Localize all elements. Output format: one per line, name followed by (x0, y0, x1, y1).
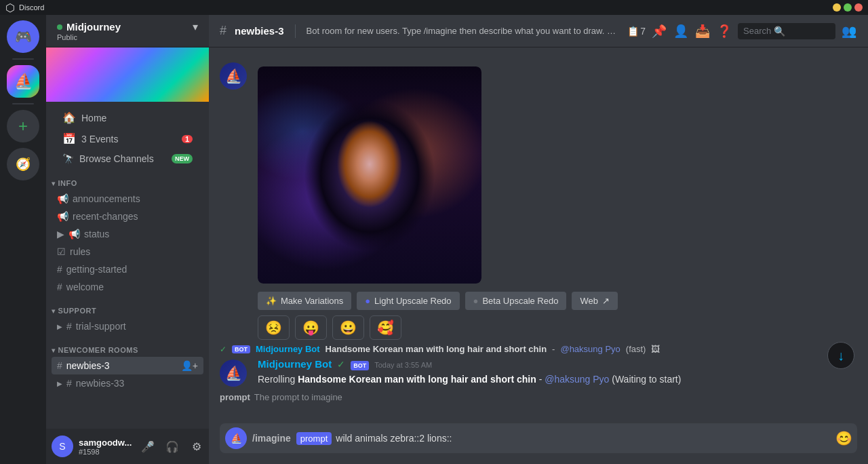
bot-avatar-2: ⛵ (220, 360, 247, 387)
minimize-button[interactable] (833, 3, 841, 12)
hash-icon-newbies3: # (57, 360, 62, 371)
reaction-grinning[interactable]: 😀 (332, 315, 364, 340)
add-member-header-button[interactable]: 👤 (673, 23, 689, 39)
members-list-button[interactable]: 👥 (841, 23, 857, 39)
image-attachment (258, 66, 481, 284)
new-badge: NEW (172, 154, 193, 163)
server-sidebar: 🎮 + 🧭 (0, 15, 46, 464)
light-upscale-icon: ● (365, 296, 370, 306)
search-placeholder: Search (743, 26, 771, 36)
megaphone-icon-3: ▶ (57, 229, 64, 239)
reaction-smiling[interactable]: 🥰 (370, 315, 401, 340)
inline-bold-text: Handsome Korean man with long hair and s… (326, 344, 547, 354)
category-newcomer-rooms[interactable]: ▾ NEWCOMER ROOMS (46, 335, 209, 357)
inline-separator: - (552, 344, 555, 354)
message-header-2: Midjourney Bot ✓ BOT Today at 3:55 AM (258, 358, 857, 370)
make-variations-button[interactable]: ✨ Make Variations (258, 292, 351, 310)
sidebar-item-home[interactable]: 🏠 Home (52, 107, 203, 128)
channel-item-newbies-33[interactable]: ▶ # newbies-33 (52, 374, 203, 392)
settings-button[interactable]: ⚙ (186, 436, 208, 457)
reaction-tired[interactable]: 😣 (258, 315, 290, 340)
channel-item-newbies-3[interactable]: # newbies-3 👤+ (52, 357, 203, 374)
user-avatar-letter: S (59, 441, 65, 452)
user-tag: #1598 (79, 448, 132, 456)
sidebar-item-events[interactable]: 📅 3 Events 1 (52, 128, 203, 149)
emoji-button[interactable]: 😊 (835, 430, 852, 446)
maximize-button[interactable] (844, 3, 852, 12)
prompt-label: prompt (220, 392, 250, 402)
member-count-value: 7 (640, 26, 646, 37)
channel-item-welcome[interactable]: # welcome (52, 278, 203, 296)
category-info[interactable]: ▾ INFO (46, 168, 209, 190)
inbox-button[interactable]: 📥 (694, 23, 711, 39)
expand-icon-trial: ▶ (57, 323, 62, 330)
pin-button[interactable]: 📌 (651, 23, 667, 39)
titlebar: ⬡ Discord (0, 0, 868, 15)
channel-item-rules[interactable]: ☑ rules (52, 243, 203, 260)
search-icon: 🔍 (774, 26, 785, 37)
bot-avatar-icon-1: ⛵ (225, 68, 242, 84)
add-server-button[interactable]: + (7, 110, 39, 142)
server-divider-2 (12, 103, 34, 104)
message-input[interactable] (336, 433, 835, 444)
web-label: Web (580, 296, 598, 306)
message-area-wrapper: ⛵ ✨ Make Variations ● (209, 47, 868, 423)
waiting-text: (Waiting to start) (612, 374, 681, 385)
channel-name-announcements: announcements (73, 193, 198, 204)
channel-item-status[interactable]: ▶ 📢 status (52, 225, 203, 243)
titlebar-title: Discord (19, 3, 44, 12)
mention-text: @haksung Pyo (545, 374, 609, 385)
hash-icon-trial: # (66, 321, 72, 332)
channel-item-getting-started[interactable]: # getting-started (52, 260, 203, 278)
channel-name-rules: rules (70, 246, 198, 257)
sidebar-item-browse-label: Browse Channels (79, 153, 154, 164)
channel-item-trial-support[interactable]: ▶ # trial-support (52, 317, 203, 335)
home-icon: 🏠 (62, 111, 76, 124)
reaction-buttons: 😣 😛 😀 🥰 (258, 315, 857, 340)
category-support[interactable]: ▾ SUPPORT (46, 296, 209, 317)
bot-author-2: Midjourney Bot (258, 358, 332, 370)
image-thumb-icon[interactable]: 🖼 (651, 344, 660, 354)
add-member-icon[interactable]: 👤+ (181, 360, 198, 371)
inline-header-line: ✓ BOT Midjourney Bot Handsome Korean man… (209, 343, 868, 355)
inline-bot-badge: BOT (232, 345, 250, 353)
compass-icon: 🧭 (16, 157, 31, 172)
reaction-tongue[interactable]: 😛 (295, 315, 327, 340)
server-icon-midjourney[interactable] (7, 65, 39, 98)
headset-button[interactable]: 🎧 (161, 436, 183, 457)
channel-name-newbies-3: newbies-3 (66, 360, 177, 371)
browse-icon: 🔭 (62, 153, 74, 164)
channel-item-recent-changes[interactable]: 📢 recent-changes (52, 208, 203, 225)
channel-sidebar: Midjourney ▾ Public 🏠 Home 📅 3 Events 1 … (46, 15, 209, 464)
input-avatar-icon: ⛵ (231, 433, 242, 444)
microphone-button[interactable]: 🎤 (137, 436, 159, 457)
web-button[interactable]: Web ↗ (572, 292, 618, 310)
server-header[interactable]: Midjourney ▾ Public (46, 15, 209, 47)
header-divider (295, 24, 296, 38)
beta-upscale-label: Beta Upscale Redo (482, 296, 558, 306)
light-upscale-redo-button[interactable]: ● Light Upscale Redo (357, 292, 459, 310)
server-banner (46, 47, 209, 102)
bot-verified-icon: ✓ (337, 359, 345, 370)
titlebar-left: ⬡ Discord (5, 1, 44, 14)
channel-item-announcements[interactable]: 📢 announcements (52, 190, 203, 208)
sidebar-item-events-label: 3 Events (81, 134, 118, 144)
channel-name-trial-support: trial-support (76, 321, 198, 332)
close-button[interactable] (854, 3, 863, 12)
message-group-2: ⛵ Midjourney Bot ✓ BOT Today at 3:55 AM … (209, 355, 868, 389)
hash-icon-gs: # (57, 264, 62, 275)
discord-home-button[interactable]: 🎮 (7, 20, 39, 53)
server-public-label: Public (57, 33, 198, 41)
category-arrow-support: ▾ (52, 307, 56, 315)
scroll-to-bottom-button[interactable]: ↓ (827, 342, 854, 369)
rerolling-text: Rerolling (258, 374, 298, 385)
explore-servers-button[interactable]: 🧭 (7, 148, 39, 180)
beta-upscale-redo-button[interactable]: ● Beta Upscale Redo (465, 292, 567, 310)
help-button[interactable]: ❓ (716, 23, 732, 39)
sidebar-item-browse-channels[interactable]: 🔭 Browse Channels NEW (52, 149, 203, 168)
bot-badge-2: BOT (351, 361, 369, 370)
search-bar[interactable]: Search 🔍 (738, 23, 835, 39)
input-user-avatar: ⛵ (225, 427, 247, 449)
inline-speed: (fast) (626, 344, 646, 354)
server-divider (12, 58, 34, 60)
